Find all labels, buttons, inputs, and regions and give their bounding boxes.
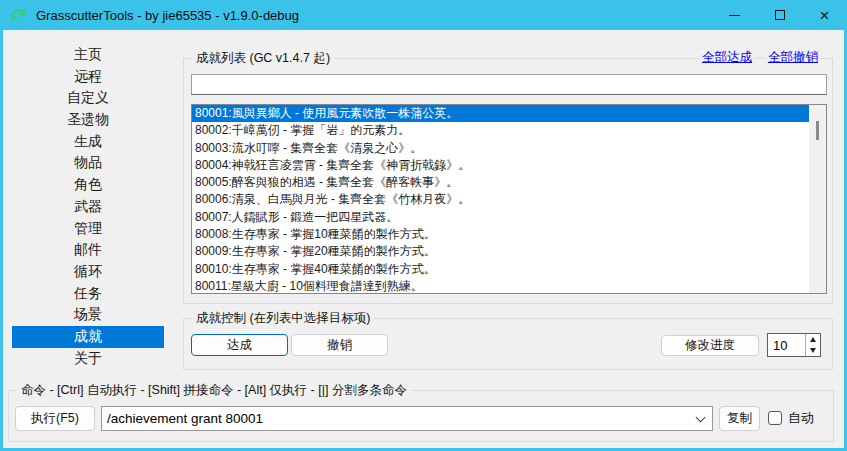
window-border-left	[0, 30, 3, 448]
revoke-all-link[interactable]: 全部撤销	[766, 49, 820, 66]
achievement-listbox: 80001:風與異鄉人 - 使用風元素吹散一株蒲公英。 80002:千嶂萬仞 -…	[191, 104, 827, 294]
window-controls: ×	[712, 0, 847, 30]
achievement-search-input[interactable]	[191, 74, 827, 95]
set-progress-button[interactable]: 修改进度	[661, 335, 759, 356]
sidebar: 主页 远程 自定义 圣遗物 生成 物品 角色 武器 管理 邮件 循环 任务 场景…	[12, 44, 164, 369]
achievement-row[interactable]: 80010:生存專家 - 掌握40種菜餚的製作方式。	[192, 261, 826, 278]
copy-button[interactable]: 复制	[719, 406, 760, 431]
achievement-row[interactable]: 80002:千嶂萬仞 - 掌握「岩」的元素力。	[192, 122, 826, 139]
spinner-down-button[interactable]	[806, 345, 820, 356]
maximize-button[interactable]	[757, 0, 802, 30]
revoke-button[interactable]: 撤销	[291, 334, 388, 356]
achievement-list-group: 成就列表 (GC v1.4.7 起) 全部达成 全部撤销 80001:風與異鄉人…	[183, 58, 833, 304]
app-window: GrasscutterTools - by jie65535 - v1.9.0-…	[0, 0, 847, 451]
achievement-row[interactable]: 80009:生存專家 - 掌握20種菜餚的製作方式。	[192, 243, 826, 260]
sidebar-item-artifact[interactable]: 圣遗物	[12, 109, 164, 131]
achievement-row[interactable]: 80005:醉客與狼的相遇 - 集齊全套《醉客軼事》。	[192, 174, 826, 191]
command-group-title: 命令 - [Ctrl] 自动执行 - [Shift] 拼接命令 - [Alt] …	[17, 382, 411, 399]
achievement-list-title: 成就列表 (GC v1.4.7 起)	[192, 50, 334, 67]
maximize-icon	[775, 10, 785, 20]
spinner-up-icon	[810, 337, 816, 342]
close-icon: ×	[820, 7, 830, 24]
titlebar[interactable]: GrasscutterTools - by jie65535 - v1.9.0-…	[0, 0, 847, 30]
spinner-buttons	[805, 334, 820, 356]
sidebar-item-spawn[interactable]: 生成	[12, 131, 164, 153]
achievement-row[interactable]: 80011:星級大廚 - 10個料理食譜達到熟練。	[192, 278, 826, 294]
progress-input[interactable]	[768, 334, 805, 356]
close-button[interactable]: ×	[802, 0, 847, 30]
sidebar-item-weapon[interactable]: 武器	[12, 196, 164, 218]
scrollbar-thumb[interactable]	[816, 121, 819, 140]
app-icon	[9, 5, 29, 25]
achievement-row[interactable]: 80006:清泉、白馬與月光 - 集齊全套《竹林月夜》。	[192, 191, 826, 208]
minimize-icon	[729, 15, 740, 16]
sidebar-item-remote[interactable]: 远程	[12, 66, 164, 88]
sidebar-item-custom[interactable]: 自定义	[12, 87, 164, 109]
spinner-down-icon	[810, 348, 816, 353]
achievement-row[interactable]: 80004:神戟狂言凌雲霄 - 集齊全套《神霄折戟錄》。	[192, 157, 826, 174]
sidebar-item-quest[interactable]: 任务	[12, 283, 164, 305]
achievement-row[interactable]: 80007:人鑄賦形 - 鍛造一把四星武器。	[192, 209, 826, 226]
command-combobox	[101, 406, 713, 431]
achievement-control-title: 成就控制 (在列表中选择目标项)	[192, 310, 374, 327]
achievement-control-group: 成就控制 (在列表中选择目标项) 达成 撤销 修改进度	[183, 318, 833, 370]
sidebar-item-management[interactable]: 管理	[12, 218, 164, 240]
auto-checkbox-label: 自动	[788, 409, 814, 427]
chevron-down-icon[interactable]	[696, 413, 706, 423]
run-command-button[interactable]: 执行(F5)	[15, 406, 95, 431]
listbox-scrollbar[interactable]	[809, 105, 826, 293]
window-title: GrasscutterTools - by jie65535 - v1.9.0-…	[36, 8, 299, 23]
achievement-row[interactable]: 80003:流水叮嚀 - 集齊全套《清泉之心》。	[192, 140, 826, 157]
auto-checkbox[interactable]	[768, 411, 782, 425]
sidebar-item-loop[interactable]: 循环	[12, 261, 164, 283]
sidebar-item-home[interactable]: 主页	[12, 44, 164, 66]
achievement-row[interactable]: 80001:風與異鄉人 - 使用風元素吹散一株蒲公英。	[192, 105, 826, 122]
achievement-row[interactable]: 80008:生存專家 - 掌握10種菜餚的製作方式。	[192, 226, 826, 243]
command-input[interactable]	[102, 407, 690, 430]
sidebar-item-achievement[interactable]: 成就	[12, 326, 164, 348]
grant-button[interactable]: 达成	[191, 334, 288, 356]
progress-spinner	[767, 333, 821, 357]
command-group: 命令 - [Ctrl] 自动执行 - [Shift] 拼接命令 - [Alt] …	[8, 390, 834, 442]
minimize-button[interactable]	[712, 0, 757, 30]
spinner-up-button[interactable]	[806, 334, 820, 345]
sidebar-item-mail[interactable]: 邮件	[12, 239, 164, 261]
sidebar-item-character[interactable]: 角色	[12, 174, 164, 196]
sidebar-item-about[interactable]: 关于	[12, 348, 164, 370]
sidebar-item-scene[interactable]: 场景	[12, 304, 164, 326]
sidebar-item-item[interactable]: 物品	[12, 152, 164, 174]
grant-all-link[interactable]: 全部达成	[700, 49, 754, 66]
